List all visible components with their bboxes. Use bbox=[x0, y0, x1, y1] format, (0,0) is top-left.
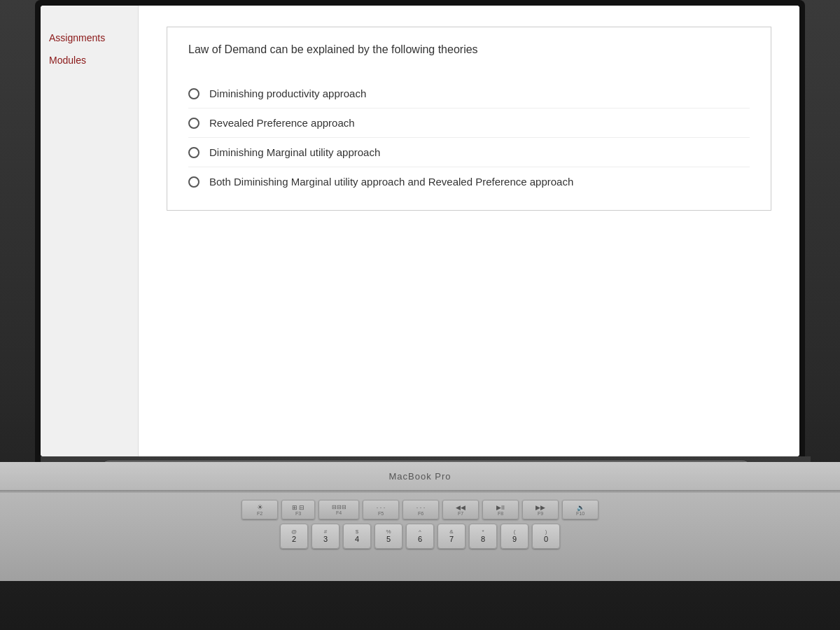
answer-option-3[interactable]: Diminishing Marginal utility approach bbox=[188, 138, 750, 167]
radio-opt3[interactable] bbox=[188, 147, 200, 158]
key-lparen-9[interactable]: ( 9 bbox=[500, 524, 528, 549]
key-hash-3[interactable]: # 3 bbox=[312, 524, 340, 549]
option-2-label: Revealed Preference approach bbox=[209, 117, 355, 129]
sidebar-item-assignments[interactable]: Assignments bbox=[41, 27, 138, 49]
main-content: Law of Demand can be explained by the fo… bbox=[139, 6, 799, 456]
key-amp-7[interactable]: & 7 bbox=[438, 524, 465, 549]
sidebar-item-modules[interactable]: Modules bbox=[41, 49, 138, 71]
radio-opt4[interactable] bbox=[188, 176, 200, 188]
key-star-8[interactable]: * 8 bbox=[469, 524, 497, 549]
key-at-2[interactable]: @ 2 bbox=[280, 524, 308, 549]
key-f2[interactable]: ☀ F2 bbox=[241, 500, 278, 519]
key-percent-5[interactable]: % 5 bbox=[374, 524, 402, 549]
screen-content: Assignments Modules Law of Demand can be… bbox=[41, 6, 799, 456]
option-3-label: Diminishing Marginal utility approach bbox=[209, 146, 380, 158]
radio-opt1[interactable] bbox=[188, 88, 200, 99]
keyboard-area: ☀ F2 ⊞ ⊟ F3 ⊟⊟⊟ F4 · · · F5 · · · F6 bbox=[0, 493, 840, 581]
key-f4[interactable]: ⊟⊟⊟ F4 bbox=[318, 500, 359, 519]
key-f10[interactable]: 🔈 F10 bbox=[562, 500, 598, 519]
key-f5[interactable]: · · · F5 bbox=[363, 500, 399, 519]
question-text: Law of Demand can be explained by the fo… bbox=[188, 41, 750, 58]
answer-option-2[interactable]: Revealed Preference approach bbox=[188, 108, 750, 138]
key-caret-6[interactable]: ^ 6 bbox=[406, 524, 434, 549]
key-f3[interactable]: ⊞ ⊟ F3 bbox=[281, 500, 315, 519]
option-1-label: Diminishing productivity approach bbox=[209, 88, 366, 99]
key-f7[interactable]: ◀◀ F7 bbox=[442, 500, 479, 519]
question-box: Law of Demand can be explained by the fo… bbox=[167, 27, 771, 211]
key-f6[interactable]: · · · F6 bbox=[402, 500, 439, 519]
screen-bezel: Assignments Modules Law of Demand can be… bbox=[35, 0, 805, 462]
key-rparen-0[interactable]: ) 0 bbox=[532, 524, 560, 549]
key-f9[interactable]: ▶▶ F9 bbox=[522, 500, 559, 519]
answer-option-4[interactable]: Both Diminishing Marginal utility approa… bbox=[188, 167, 750, 196]
key-dollar-4[interactable]: $ 4 bbox=[343, 524, 371, 549]
radio-opt2[interactable] bbox=[188, 118, 200, 129]
laptop-shell: Assignments Modules Law of Demand can be… bbox=[0, 0, 840, 630]
key-f8[interactable]: ▶II F8 bbox=[482, 500, 519, 519]
answer-option-1[interactable]: Diminishing productivity approach bbox=[188, 79, 750, 108]
laptop-base: ☀ F2 ⊞ ⊟ F3 ⊟⊟⊟ F4 · · · F5 · · · F6 bbox=[0, 490, 840, 581]
macbook-label: MacBook Pro bbox=[388, 471, 451, 482]
option-4-label: Both Diminishing Marginal utility approa… bbox=[209, 176, 573, 188]
function-key-row: ☀ F2 ⊞ ⊟ F3 ⊟⊟⊟ F4 · · · F5 · · · F6 bbox=[241, 500, 598, 519]
sidebar: Assignments Modules bbox=[41, 6, 139, 456]
number-key-row: @ 2 # 3 $ 4 % 5 ^ 6 bbox=[280, 524, 560, 549]
macbook-label-area: MacBook Pro bbox=[0, 462, 840, 490]
